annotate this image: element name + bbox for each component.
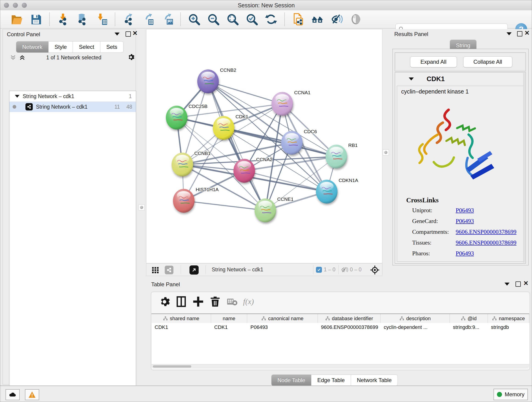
hide-unhide-icon[interactable] bbox=[330, 12, 343, 26]
crosslink-value-link[interactable]: P06493 bbox=[456, 207, 474, 214]
maximize-panel-icon[interactable] bbox=[515, 281, 521, 287]
warning-button[interactable] bbox=[25, 389, 39, 400]
import-network-database-icon[interactable] bbox=[76, 12, 89, 26]
grid-view-icon[interactable] bbox=[152, 266, 159, 275]
table-cell[interactable]: cyclin-dependent ... bbox=[380, 323, 450, 332]
network-node-cdkn1a[interactable]: CDKN1A bbox=[316, 178, 358, 204]
crosslink-value-link[interactable]: P06493 bbox=[456, 218, 474, 225]
memory-button[interactable]: Memory bbox=[494, 389, 528, 400]
main-toolbar: ? bbox=[0, 10, 532, 28]
table-row[interactable]: CDK1CDK1P064939606.ENSP00000378699cyclin… bbox=[152, 323, 529, 332]
collapse-entry-icon[interactable] bbox=[409, 77, 414, 80]
table-cell[interactable]: CDK1 bbox=[211, 323, 247, 332]
gear-icon[interactable] bbox=[127, 53, 135, 62]
column-header-description[interactable]: description bbox=[380, 314, 450, 323]
network-tree-row[interactable]: String Network – cdk1 11 48 bbox=[9, 102, 136, 112]
title-bar: Session: New Session bbox=[0, 0, 532, 11]
houses-icon[interactable] bbox=[311, 12, 324, 26]
maximize-panel-icon[interactable] bbox=[517, 31, 522, 36]
network-node-cdk1[interactable]: CDK1 bbox=[213, 114, 248, 140]
table-cell[interactable]: stringdb bbox=[488, 323, 529, 332]
open-session-icon[interactable] bbox=[10, 12, 23, 26]
string-import-icon[interactable] bbox=[291, 12, 305, 26]
collapse-tree-icon[interactable] bbox=[15, 95, 19, 98]
close-panel-icon[interactable]: ✕ bbox=[133, 31, 138, 36]
table-cell[interactable]: stringdb:9... bbox=[450, 323, 488, 332]
network-node-ccne1[interactable]: CCNE1 bbox=[254, 196, 293, 222]
memory-label: Memory bbox=[505, 391, 525, 398]
tab-node-table[interactable]: Node Table bbox=[271, 375, 311, 386]
function-icon[interactable]: f(x) bbox=[243, 295, 254, 308]
selected-checkbox-icon[interactable] bbox=[316, 267, 322, 273]
tab-select[interactable]: Select bbox=[73, 41, 100, 53]
expand-all-icon[interactable] bbox=[19, 54, 26, 62]
selected-counts: 1 – 0 bbox=[324, 267, 336, 273]
zoom-in-icon[interactable] bbox=[187, 12, 201, 26]
save-session-icon[interactable] bbox=[29, 12, 43, 26]
cloud-button[interactable] bbox=[6, 389, 20, 400]
network-tree-row[interactable]: String Network – cdk1 1 bbox=[9, 91, 136, 102]
export-image-icon[interactable] bbox=[160, 12, 174, 26]
scrollbar-thumb[interactable] bbox=[153, 365, 191, 368]
export-table-icon[interactable] bbox=[141, 12, 154, 26]
network-edge[interactable] bbox=[184, 201, 265, 211]
node-label: CDC25B bbox=[189, 104, 208, 109]
crosslink-value-link[interactable]: 9606.ENSP00000378699 bbox=[456, 229, 516, 235]
left-splitter-handle[interactable] bbox=[139, 204, 145, 211]
hidden-eye-icon[interactable] bbox=[341, 266, 348, 274]
float-panel-icon[interactable] bbox=[507, 32, 512, 35]
tab-network-table[interactable]: Network Table bbox=[351, 375, 398, 386]
network-edge[interactable] bbox=[208, 81, 282, 104]
column-header-database-identifier[interactable]: database identifier bbox=[318, 314, 380, 323]
column-header-namespace[interactable]: namespace bbox=[488, 314, 529, 323]
column-header-name[interactable]: name bbox=[211, 314, 247, 323]
column-header-shared-name[interactable]: shared name bbox=[152, 314, 211, 323]
node-count: 11 bbox=[114, 104, 120, 110]
zoom-fit-icon[interactable] bbox=[226, 12, 239, 26]
maximize-panel-icon[interactable] bbox=[126, 32, 131, 37]
gear-icon[interactable] bbox=[158, 295, 170, 308]
network-selection-status: 1 of 1 Network selected bbox=[28, 55, 120, 61]
crosslinks-list: Uniprot:P06493GeneCard:P06493Compartment… bbox=[412, 207, 520, 261]
export-network-icon[interactable] bbox=[122, 12, 135, 26]
table-cell[interactable]: CDK1 bbox=[152, 323, 211, 332]
close-panel-icon[interactable]: ✕ bbox=[525, 31, 530, 36]
close-panel-icon[interactable]: ✕ bbox=[523, 281, 529, 286]
node-label: CCNA1 bbox=[294, 90, 310, 95]
tab-style[interactable]: Style bbox=[49, 41, 73, 53]
vertical-scrollbar[interactable] bbox=[523, 73, 525, 263]
import-network-file-icon[interactable] bbox=[56, 12, 70, 26]
network-node-rb1[interactable]: RB1 bbox=[326, 143, 358, 168]
expand-all-button[interactable]: Expand All bbox=[410, 56, 457, 67]
table-cell[interactable]: 9606.ENSP00000378699 bbox=[318, 323, 380, 332]
refresh-icon[interactable] bbox=[264, 12, 278, 26]
collapse-all-button[interactable]: Collapse All bbox=[463, 56, 512, 67]
collapse-all-icon[interactable] bbox=[10, 54, 17, 62]
network-node-hist1h1a[interactable]: HIST1H1A bbox=[173, 187, 219, 213]
tab-sets[interactable]: Sets bbox=[100, 41, 123, 53]
horizontal-scrollbar[interactable] bbox=[152, 364, 529, 368]
tab-edge-table[interactable]: Edge Table bbox=[311, 375, 351, 386]
right-splitter-handle[interactable] bbox=[383, 149, 389, 155]
string-view-icon[interactable] bbox=[165, 266, 173, 274]
delete-table-icon[interactable] bbox=[226, 295, 238, 308]
column-header-@id[interactable]: @id bbox=[450, 314, 488, 323]
float-panel-icon[interactable] bbox=[114, 32, 120, 36]
network-canvas[interactable]: CCNB2CCNA1CDC25BCDK1CDC6RB1CCNB1CCNA2CDK… bbox=[146, 29, 382, 263]
columns-icon[interactable] bbox=[175, 295, 187, 308]
crosslink-value-link[interactable]: P06493 bbox=[456, 250, 474, 257]
column-header-canonical-name[interactable]: canonical name bbox=[247, 314, 318, 323]
node-label: RB1 bbox=[348, 143, 358, 148]
grayscale-eye-icon[interactable] bbox=[349, 12, 362, 26]
open-in-window-icon[interactable] bbox=[190, 265, 199, 274]
birdseye-crosshair-icon[interactable] bbox=[370, 265, 380, 276]
tab-network[interactable]: Network bbox=[16, 41, 49, 53]
add-icon[interactable] bbox=[192, 295, 204, 308]
trash-icon[interactable] bbox=[209, 295, 221, 308]
crosslink-value-link[interactable]: 9606.ENSP00000378699 bbox=[456, 239, 516, 246]
zoom-selected-icon[interactable] bbox=[245, 12, 259, 26]
table-cell[interactable]: P06493 bbox=[247, 323, 318, 332]
import-table-icon[interactable] bbox=[95, 12, 108, 26]
zoom-out-icon[interactable] bbox=[207, 12, 220, 26]
float-panel-icon[interactable] bbox=[505, 283, 510, 286]
